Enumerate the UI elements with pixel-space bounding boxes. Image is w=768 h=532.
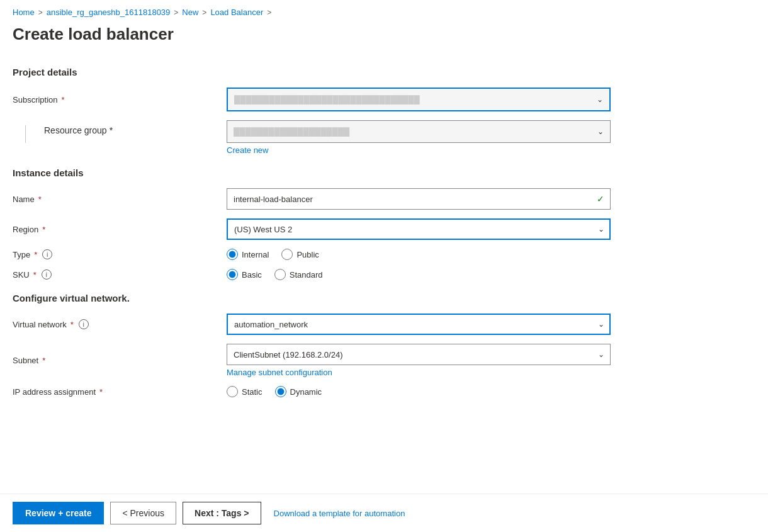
rg-required: * (110, 125, 113, 135)
ip-assignment-row: IP address assignment * Static Dynamic (13, 386, 617, 397)
breadcrumb-new[interactable]: New (182, 8, 198, 17)
sku-standard-option[interactable]: Standard (274, 269, 323, 280)
resource-group-row: Resource group * ████████████████████ ⌄ … (13, 120, 617, 155)
subscription-required: * (62, 95, 65, 105)
region-label: Region * (13, 225, 227, 234)
breadcrumb-lb[interactable]: Load Balancer (210, 8, 263, 17)
region-row: Region * (US) West US 2 (US) East US (US… (13, 218, 617, 240)
name-input-wrapper: ✓ (227, 188, 611, 210)
vnet-section: Configure virtual network. Virtual netwo… (13, 293, 617, 397)
sku-label: SKU * i (13, 269, 227, 280)
form-container: Project details Subscription * █████████… (0, 67, 630, 458)
ip-static-option[interactable]: Static (227, 386, 263, 397)
ip-assignment-control: Static Dynamic (227, 386, 611, 397)
type-info-icon[interactable]: i (42, 249, 52, 259)
page-title: Create load balancer (0, 22, 768, 57)
rg-label: Resource group * (44, 120, 227, 135)
name-required: * (38, 195, 42, 204)
subscription-box: ████████████████████████████████ ⌄ (227, 88, 611, 111)
subscription-select[interactable]: ████████████████████████████████ (228, 89, 609, 110)
type-control: Internal Public (227, 249, 611, 260)
type-required: * (34, 250, 37, 259)
subnet-row: Subnet * ClientSubnet (192.168.2.0/24) ⌄… (13, 344, 617, 377)
name-valid-icon: ✓ (597, 194, 604, 204)
vnet-info-icon[interactable]: i (79, 319, 89, 329)
vnet-select[interactable]: automation_network (227, 314, 611, 335)
subnet-label: Subnet * (13, 356, 227, 365)
instance-details-section: Instance details Name * ✓ Region * (13, 167, 617, 280)
next-tags-button[interactable]: Next : Tags > (183, 502, 261, 524)
region-select[interactable]: (US) West US 2 (US) East US (US) East US… (227, 218, 611, 240)
type-public-label: Public (296, 250, 319, 259)
rg-indent (13, 120, 44, 143)
region-required: * (42, 225, 45, 234)
type-label: Type * i (13, 249, 227, 259)
sku-basic-radio[interactable] (227, 269, 238, 280)
ip-static-radio[interactable] (227, 386, 238, 397)
ip-assignment-required: * (99, 387, 103, 397)
type-internal-label: Internal (242, 250, 269, 259)
breadcrumb-rg[interactable]: ansible_rg_ganeshb_1611818039 (47, 8, 171, 17)
breadcrumb: Home > ansible_rg_ganeshb_1611818039 > N… (0, 0, 768, 22)
sku-basic-label: Basic (242, 270, 262, 280)
subscription-control: ████████████████████████████████ ⌄ (227, 88, 611, 111)
vnet-title: Configure virtual network. (13, 293, 617, 303)
breadcrumb-sep-1: > (38, 8, 43, 17)
sku-required: * (33, 270, 37, 280)
sku-radio-group: Basic Standard (227, 269, 611, 280)
sku-basic-option[interactable]: Basic (227, 269, 262, 280)
ip-assignment-label: IP address assignment * (13, 387, 227, 397)
name-control: ✓ (227, 188, 611, 210)
sku-control: Basic Standard (227, 269, 611, 280)
subnet-required: * (42, 356, 45, 365)
breadcrumb-sep-3: > (202, 8, 206, 17)
name-row: Name * ✓ (13, 188, 617, 210)
name-label: Name * (13, 195, 227, 204)
bottom-bar: Review + create < Previous Next : Tags >… (0, 494, 768, 532)
rg-indent-line (25, 125, 26, 143)
ip-dynamic-option[interactable]: Dynamic (275, 386, 322, 397)
rg-control: ████████████████████ ⌄ Create new (227, 120, 611, 155)
sku-row: SKU * i Basic Standard (13, 269, 617, 280)
subnet-control: ClientSubnet (192.168.2.0/24) ⌄ Manage s… (227, 344, 611, 377)
subscription-row: Subscription * █████████████████████████… (13, 88, 617, 111)
type-row: Type * i Internal Public (13, 249, 617, 260)
project-details-title: Project details (13, 67, 617, 77)
name-input[interactable] (227, 188, 611, 210)
region-select-wrapper: (US) West US 2 (US) East US (US) East US… (227, 218, 611, 240)
ip-static-label: Static (242, 387, 263, 397)
instance-details-title: Instance details (13, 167, 617, 178)
review-create-button[interactable]: Review + create (13, 502, 104, 524)
type-public-option[interactable]: Public (281, 249, 319, 260)
subnet-select-wrapper: ClientSubnet (192.168.2.0/24) ⌄ (227, 344, 611, 365)
breadcrumb-sep-2: > (174, 8, 178, 17)
download-template-link[interactable]: Download a template for automation (274, 509, 405, 518)
ip-dynamic-label: Dynamic (290, 387, 322, 397)
breadcrumb-home[interactable]: Home (13, 8, 35, 17)
sku-standard-radio[interactable] (274, 269, 286, 280)
sku-info-icon[interactable]: i (42, 269, 52, 280)
type-public-radio[interactable] (281, 249, 293, 260)
type-internal-radio[interactable] (227, 249, 238, 260)
manage-subnet-link[interactable]: Manage subnet configuration (227, 368, 611, 377)
sku-standard-label: Standard (290, 270, 323, 280)
vnet-required: * (71, 320, 74, 329)
subscription-label: Subscription * (13, 95, 227, 105)
vnet-label: Virtual network * i (13, 319, 227, 329)
ip-assignment-radio-group: Static Dynamic (227, 386, 611, 397)
project-details-section: Project details Subscription * █████████… (13, 67, 617, 155)
ip-dynamic-radio[interactable] (275, 386, 286, 397)
region-control: (US) West US 2 (US) East US (US) East US… (227, 218, 611, 240)
previous-button[interactable]: < Previous (110, 502, 176, 524)
type-internal-option[interactable]: Internal (227, 249, 269, 260)
resource-group-select[interactable]: ████████████████████ (227, 121, 610, 142)
breadcrumb-sep-4: > (267, 8, 271, 17)
type-radio-group: Internal Public (227, 249, 611, 260)
vnet-row: Virtual network * i automation_network ⌄ (13, 314, 617, 335)
vnet-control: automation_network ⌄ (227, 314, 611, 335)
subnet-select[interactable]: ClientSubnet (192.168.2.0/24) (227, 344, 611, 365)
rg-box: ████████████████████ ⌄ (227, 120, 611, 143)
vnet-select-wrapper: automation_network ⌄ (227, 314, 611, 335)
create-new-link[interactable]: Create new (227, 145, 611, 155)
